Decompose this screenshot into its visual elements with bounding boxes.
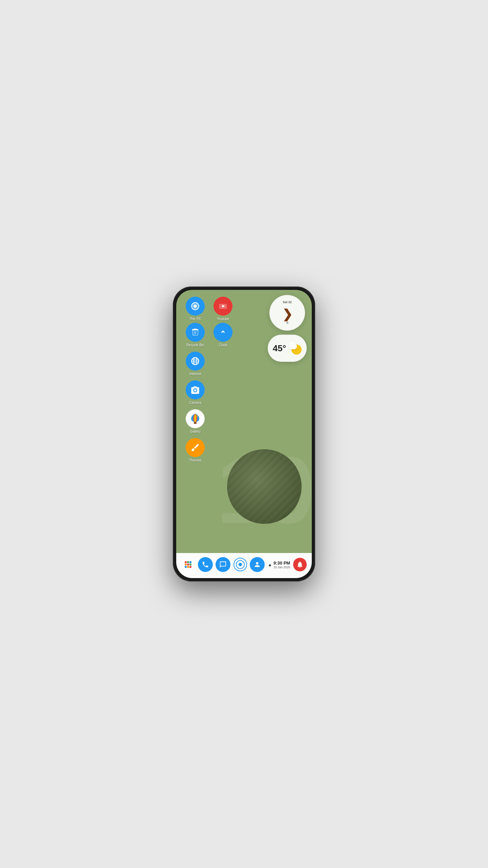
phone-icon xyxy=(202,561,209,568)
svg-point-12 xyxy=(196,415,198,417)
taskbar-notification-button[interactable] xyxy=(293,558,307,571)
clock-icon xyxy=(214,323,232,342)
svg-point-17 xyxy=(187,564,189,566)
camera-lens-icon xyxy=(239,563,242,566)
thic-pc-icon xyxy=(186,297,205,316)
taskbar-camera-button[interactable] xyxy=(233,558,247,571)
clock-svg xyxy=(218,328,228,337)
trash-svg xyxy=(190,328,200,337)
app-clock[interactable]: Clock xyxy=(211,323,235,347)
clock-widget-date: Sat 22 xyxy=(283,300,292,304)
camera-icon xyxy=(186,380,205,399)
clock-dot xyxy=(286,322,288,324)
contacts-icon xyxy=(253,561,261,568)
weather-icon xyxy=(289,342,302,355)
gallery-icon xyxy=(186,409,205,428)
app-youtube[interactable]: Youtube xyxy=(211,297,235,321)
clock-hand: ❯ xyxy=(282,308,292,320)
clock-label: Clock xyxy=(219,343,227,347)
camera-svg xyxy=(190,385,200,395)
status-section: ▲ 9:30 PM 15 Jan 2020 xyxy=(268,560,290,569)
taskbar: ▲ 9:30 PM 15 Jan 2020 xyxy=(176,553,312,578)
taskbar-contacts-button[interactable] xyxy=(250,557,265,572)
messages-icon xyxy=(219,561,227,568)
app-recycle-bin[interactable]: Recycle Bin xyxy=(183,323,207,347)
themee-label: Themee xyxy=(189,458,202,462)
cloud-body xyxy=(289,344,297,349)
paint-svg xyxy=(190,443,200,452)
youtube-icon xyxy=(214,297,232,316)
recycle-bin-icon xyxy=(186,323,205,342)
app-internet[interactable]: Internet xyxy=(183,352,207,376)
notification-icon xyxy=(296,561,304,568)
monitor-svg xyxy=(190,301,200,311)
app-grid: Thic PC Youtube xyxy=(183,297,235,464)
clock-widget[interactable]: Sat 22 ❯ xyxy=(269,295,305,331)
app-row-1: Thic PC Youtube xyxy=(183,297,235,321)
recycle-bin-label: Recycle Bin xyxy=(186,343,204,347)
svg-point-21 xyxy=(189,566,191,568)
internet-svg xyxy=(190,356,200,366)
camera-label: Camera xyxy=(189,401,201,405)
taskbar-phone-button[interactable] xyxy=(198,557,213,572)
svg-point-19 xyxy=(185,566,187,568)
gallery-label: Gallery xyxy=(190,430,201,434)
app-row-2: Recycle Bin Clock xyxy=(183,323,235,347)
svg-point-13 xyxy=(185,561,187,563)
app-camera[interactable]: Camera xyxy=(183,380,207,405)
chevron-up-icon[interactable]: ▲ xyxy=(268,562,272,567)
svg-point-16 xyxy=(185,564,187,566)
app-themee[interactable]: Themee xyxy=(183,438,207,462)
internet-icon xyxy=(186,352,205,371)
svg-rect-4 xyxy=(194,329,197,330)
thic-pc-label: Thic PC xyxy=(189,317,201,321)
camera-circle-icon xyxy=(236,560,245,569)
app-row-5: Gallery xyxy=(183,409,235,434)
taskbar-apps-button[interactable] xyxy=(181,558,195,571)
svg-point-1 xyxy=(194,304,197,308)
weather-widget[interactable]: 45° xyxy=(268,335,307,362)
internet-label: Internet xyxy=(189,372,201,376)
widgets-area: Sat 22 ❯ 45° xyxy=(268,295,307,362)
svg-point-15 xyxy=(189,561,191,563)
current-time: 9:30 PM xyxy=(273,560,290,566)
clock-chevron-symbol: ❯ xyxy=(282,308,292,320)
phone-frame: 10 Thic PC xyxy=(173,287,315,581)
current-date: 15 Jan 2020 xyxy=(273,566,290,569)
app-row-3: Internet xyxy=(183,352,235,376)
taskbar-messages-button[interactable] xyxy=(216,557,230,572)
home-screen: Thic PC Youtube xyxy=(176,290,312,553)
svg-rect-9 xyxy=(194,422,197,424)
app-row-6: Themee xyxy=(183,438,235,462)
phone-screen: 10 Thic PC xyxy=(176,290,312,578)
youtube-svg xyxy=(218,301,228,311)
svg-point-18 xyxy=(189,564,191,566)
weather-temperature: 45° xyxy=(273,343,286,354)
svg-point-20 xyxy=(187,566,189,568)
svg-point-14 xyxy=(187,561,189,563)
apps-grid-icon xyxy=(184,561,192,568)
balloon-svg xyxy=(189,413,201,425)
app-row-4: Camera xyxy=(183,380,235,405)
status-time-area: 9:30 PM 15 Jan 2020 xyxy=(273,560,290,569)
youtube-label: Youtube xyxy=(217,317,229,321)
app-gallery[interactable]: Gallery xyxy=(183,409,207,434)
app-thic-pc[interactable]: Thic PC xyxy=(183,297,207,321)
themee-icon xyxy=(186,438,205,457)
